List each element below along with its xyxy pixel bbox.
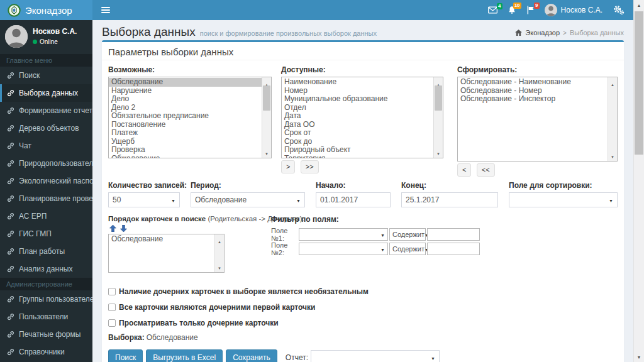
sort-select[interactable] — [509, 192, 618, 207]
filter-value-input[interactable] — [427, 228, 480, 241]
list-item[interactable]: Наименование — [282, 78, 433, 87]
scrollbar-thumb[interactable] — [635, 11, 643, 155]
filter-field-select[interactable] — [299, 243, 388, 255]
checkbox-row[interactable]: Просматривать только дочерние карточки — [108, 319, 618, 327]
listbox-scrollbar[interactable] — [608, 77, 617, 161]
sidebar-menu-item[interactable]: Группы пользователей — [0, 290, 92, 308]
report-select[interactable] — [311, 350, 440, 362]
arrow-down-icon[interactable] — [120, 225, 127, 232]
sidebar-menu-item[interactable]: Дерево объектов — [0, 119, 92, 137]
scroll-down-icon[interactable] — [218, 261, 221, 272]
body-area: Носков С.А. Online Главное меню Поиск — [0, 20, 633, 362]
list-item[interactable]: Обследование - Наименование — [458, 78, 608, 87]
list-item[interactable]: Дата ОО — [282, 121, 433, 129]
hamburger-icon[interactable] — [92, 0, 119, 20]
sidebar-menu-item[interactable]: Планирование проверок — [0, 190, 92, 207]
list-item[interactable]: Территория — [282, 155, 433, 158]
checkbox-row[interactable]: Наличие дочерних карточек в выборке явля… — [108, 287, 618, 296]
listbox-scrollbar[interactable] — [433, 77, 443, 158]
brand-logo[interactable]: Эконадзор — [0, 0, 92, 20]
sidebar-menu-item[interactable]: Поиск — [0, 67, 92, 84]
start-control: Начало: — [316, 181, 391, 207]
list-item[interactable]: Обязательное предписание — [109, 112, 262, 121]
checkbox[interactable] — [108, 288, 116, 295]
sidebar-item-label: Выборка данных — [19, 89, 78, 97]
list-item[interactable]: Отдел — [282, 104, 433, 112]
arrow-up-icon[interactable] — [109, 225, 116, 232]
period-select[interactable]: Обследование — [191, 192, 305, 207]
scroll-up-icon[interactable] — [218, 234, 221, 246]
breadcrumb-home[interactable]: Эконадзор — [525, 29, 560, 36]
flags-button[interactable]: 9 — [526, 6, 535, 14]
messages-button[interactable]: 4 — [488, 6, 497, 14]
scroll-down-icon[interactable] — [611, 150, 614, 161]
list-item[interactable]: Обследование - Номер — [458, 87, 608, 96]
link-icon — [7, 177, 14, 185]
sidebar-menu-item[interactable]: Природопользователи — [0, 155, 92, 172]
move-right-button[interactable]: > — [281, 160, 295, 173]
sidebar-user-status[interactable]: Online — [33, 38, 77, 45]
start-date-input[interactable] — [316, 192, 391, 207]
records-select[interactable]: 50 — [108, 192, 180, 207]
move-right-all-button[interactable]: >> — [301, 160, 319, 173]
sidebar-menu-item[interactable]: Пользователи — [0, 308, 92, 326]
scroll-down-icon[interactable] — [265, 146, 269, 158]
sidebar-menu-item[interactable]: Экологический паспорт — [0, 172, 92, 190]
scrollbar-down-icon[interactable] — [637, 352, 641, 362]
list-item[interactable]: Срок от — [282, 129, 433, 138]
sort-label: Поле для сортировки: — [509, 181, 618, 190]
filter-operator-select[interactable]: Содержит — [389, 228, 426, 241]
scroll-down-icon[interactable] — [436, 146, 440, 158]
list-item[interactable]: Обжалование — [109, 155, 262, 158]
notifications-button[interactable]: 10 — [508, 6, 516, 14]
top-navbar: Эконадзор 4 10 — [0, 0, 633, 20]
list-item[interactable]: Обследование — [109, 78, 262, 87]
list-item[interactable]: Дело 2 — [109, 104, 262, 112]
scroll-thumb[interactable] — [435, 85, 442, 111]
sidebar-menu-item[interactable]: ГИС ГМП — [0, 225, 92, 243]
list-item[interactable]: Номер — [282, 87, 433, 96]
sidebar-menu-item[interactable]: План работы — [0, 243, 92, 260]
list-item[interactable]: Ущерб — [109, 138, 262, 146]
sidebar-menu-item[interactable]: Печатные формы — [0, 326, 92, 343]
scroll-up-icon[interactable] — [611, 77, 614, 89]
scrollbar-up-icon[interactable] — [637, 0, 641, 10]
list-item[interactable]: Обследование - Инспектор — [458, 95, 608, 104]
list-item[interactable]: Дата — [282, 112, 433, 121]
list-item[interactable]: Платеж — [109, 129, 262, 138]
checkbox[interactable] — [108, 304, 116, 311]
checkbox[interactable] — [108, 319, 116, 327]
list-item[interactable]: Срок до — [282, 138, 433, 146]
list-item[interactable]: Природный объект — [282, 146, 433, 155]
listbox-scrollbar[interactable] — [214, 234, 224, 272]
search-button[interactable]: Поиск — [108, 349, 143, 362]
listbox-scrollbar[interactable] — [262, 77, 271, 158]
export-excel-button[interactable]: Выгрузить в Excel — [146, 349, 223, 362]
filter-field-select[interactable] — [299, 228, 388, 241]
move-left-all-button[interactable]: << — [477, 163, 495, 177]
filter-operator-select[interactable]: Содержит — [389, 243, 426, 255]
sidebar-user-meta: Носков С.А. Online — [33, 25, 77, 49]
sidebar-menu-item[interactable]: Выборка данных — [0, 84, 92, 102]
list-item[interactable]: Постановление — [109, 121, 262, 129]
settings-button[interactable] — [613, 5, 625, 15]
checkbox-row[interactable]: Все карточки являются дочерними первой к… — [108, 303, 618, 312]
sidebar-item-label: Анализ данных — [19, 265, 72, 273]
sidebar-menu-item[interactable]: Анализ данных — [0, 260, 92, 278]
end-date-input[interactable] — [401, 192, 498, 207]
list-item[interactable]: Муниципальное образование — [282, 95, 433, 104]
scroll-thumb[interactable] — [263, 85, 270, 111]
sidebar-menu-item[interactable]: Справочники — [0, 343, 92, 361]
filter-value-input[interactable] — [427, 243, 480, 255]
list-item[interactable]: Нарушение — [109, 87, 262, 96]
list-item[interactable]: Проверка — [109, 146, 262, 155]
sidebar-menu-item[interactable]: АС ЕРП — [0, 207, 92, 225]
list-item[interactable]: Обследование — [109, 235, 214, 244]
page-scrollbar[interactable] — [633, 0, 644, 362]
save-button[interactable]: Сохранить — [226, 349, 277, 362]
sidebar-menu-item[interactable]: Чат — [0, 137, 92, 155]
move-left-button[interactable]: < — [457, 163, 471, 177]
sidebar-menu-item[interactable]: Формирование отчетов — [0, 102, 92, 119]
user-menu[interactable]: Носков С.А. — [545, 4, 602, 16]
list-item[interactable]: Дело — [109, 95, 262, 104]
